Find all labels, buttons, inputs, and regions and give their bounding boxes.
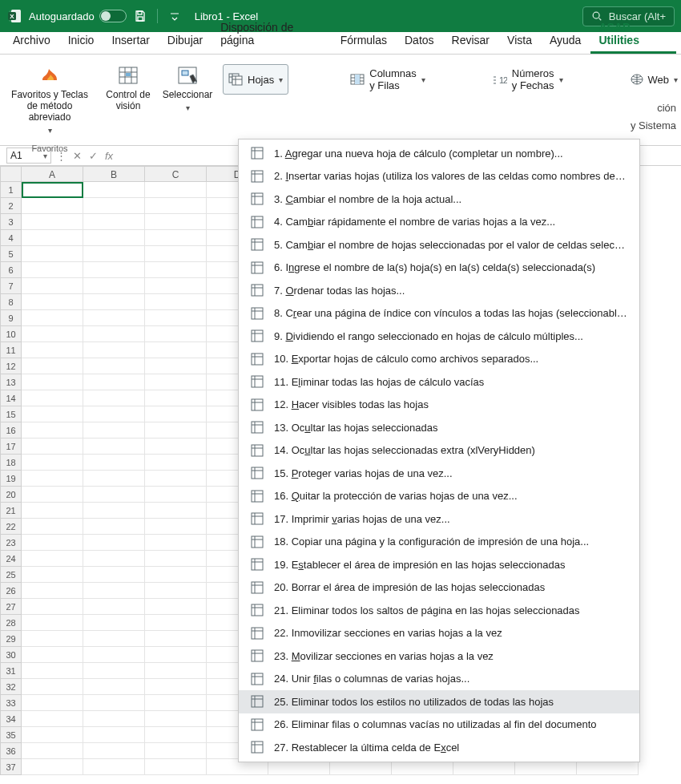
row-header[interactable]: 22 — [0, 519, 22, 535]
cell[interactable] — [145, 455, 207, 471]
tab-insertar[interactable]: Insertar — [103, 30, 157, 54]
cell[interactable] — [22, 583, 83, 599]
row-header[interactable]: 14 — [0, 390, 22, 406]
numeros-fechas-dropdown[interactable]: 12 Números y Fechas ▾ — [487, 64, 569, 95]
cell[interactable] — [83, 583, 145, 599]
row-header[interactable]: 24 — [0, 551, 22, 567]
menu-item-27[interactable]: 27. Restablecer la última celda de Excel — [239, 736, 639, 759]
cell[interactable] — [83, 711, 145, 727]
cell[interactable] — [83, 406, 145, 422]
cell[interactable] — [145, 374, 207, 390]
cell[interactable] — [145, 487, 207, 503]
cell[interactable] — [145, 647, 207, 663]
cell[interactable] — [22, 278, 83, 294]
cell[interactable] — [22, 551, 83, 567]
cell[interactable] — [145, 278, 207, 294]
favorites-shortcuts-button[interactable]: Favoritos y Teclas de método abreviado ▾ — [6, 64, 93, 136]
cell[interactable] — [22, 390, 83, 406]
cell[interactable] — [145, 759, 207, 775]
column-header[interactable]: C — [145, 166, 207, 182]
cell[interactable] — [22, 487, 83, 503]
menu-item-24[interactable]: 24. Unir filas o columnas de varias hoja… — [239, 668, 639, 691]
row-header[interactable]: 11 — [0, 342, 22, 358]
row-header[interactable]: 30 — [0, 647, 22, 663]
cell[interactable] — [22, 663, 83, 679]
cell[interactable] — [83, 663, 145, 679]
cell[interactable] — [145, 438, 207, 455]
cell[interactable] — [22, 214, 83, 230]
cell[interactable] — [83, 759, 145, 775]
row-header[interactable]: 16 — [0, 422, 22, 438]
columnas-filas-dropdown[interactable]: Columnas y Filas ▾ — [345, 64, 431, 95]
menu-item-10[interactable]: 10. Exportar hojas de cálculo como archi… — [239, 348, 639, 371]
row-header[interactable]: 37 — [0, 759, 22, 775]
hojas-dropdown[interactable]: Hojas ▾ — [223, 64, 288, 95]
row-header[interactable]: 21 — [0, 503, 22, 519]
cell[interactable] — [145, 711, 207, 727]
select-button[interactable]: Seleccionar ▾ — [163, 64, 212, 114]
tab-datos[interactable]: Datos — [397, 30, 442, 54]
cell[interactable] — [22, 422, 83, 438]
cell[interactable] — [145, 262, 207, 278]
cell[interactable] — [83, 679, 145, 695]
cell[interactable] — [145, 567, 207, 583]
autosave-toggle[interactable]: Autoguardado — [29, 10, 127, 22]
row-header[interactable]: 34 — [0, 711, 22, 727]
row-header[interactable]: 4 — [0, 230, 22, 246]
cell[interactable] — [145, 535, 207, 551]
cell[interactable] — [22, 182, 83, 198]
cell[interactable] — [83, 551, 145, 567]
cell[interactable] — [22, 326, 83, 342]
cell[interactable] — [22, 647, 83, 663]
cell[interactable] — [83, 294, 145, 310]
menu-item-15[interactable]: 15. Proteger varias hojas de una vez... — [239, 462, 639, 485]
row-header[interactable]: 33 — [0, 695, 22, 711]
row-header[interactable]: 9 — [0, 310, 22, 326]
cell[interactable] — [145, 615, 207, 631]
web-dropdown[interactable]: Web ▾ — [625, 64, 681, 95]
cell[interactable] — [83, 262, 145, 278]
tab-inicio[interactable]: Inicio — [60, 30, 103, 54]
tab-archivo[interactable]: Archivo — [5, 30, 58, 54]
cell[interactable] — [145, 390, 207, 406]
row-header[interactable]: 7 — [0, 278, 22, 294]
vision-control-button[interactable]: Control de visión — [104, 64, 152, 111]
select-all-corner[interactable] — [0, 166, 22, 182]
cell[interactable] — [83, 342, 145, 358]
column-header[interactable]: B — [83, 166, 145, 182]
cell[interactable] — [145, 358, 207, 374]
cell[interactable] — [145, 727, 207, 743]
row-header[interactable]: 26 — [0, 583, 22, 599]
cell[interactable] — [22, 455, 83, 471]
cell[interactable] — [145, 743, 207, 759]
cell[interactable] — [83, 246, 145, 262]
cell[interactable] — [83, 374, 145, 390]
cell[interactable] — [83, 230, 145, 246]
cell[interactable] — [83, 214, 145, 230]
cell[interactable] — [22, 695, 83, 711]
customize-qat-icon[interactable] — [167, 9, 182, 23]
menu-item-25[interactable]: 25. Eliminar todos los estilos no utiliz… — [239, 690, 639, 713]
tab-ayuda[interactable]: Ayuda — [542, 30, 589, 54]
menu-item-6[interactable]: 6. Ingrese el nombre de la(s) hoja(s) en… — [239, 257, 639, 280]
tab-revisar[interactable]: Revisar — [444, 30, 498, 54]
menu-item-23[interactable]: 23. Movilizar secciones en varias hojas … — [239, 645, 639, 668]
menu-item-14[interactable]: 14. Ocultar las hojas seleccionadas extr… — [239, 439, 639, 463]
row-header[interactable]: 6 — [0, 262, 22, 278]
row-header[interactable]: 1 — [0, 182, 22, 198]
save-icon[interactable] — [133, 9, 147, 23]
cell[interactable] — [145, 246, 207, 262]
cell[interactable] — [83, 278, 145, 294]
row-header[interactable]: 28 — [0, 615, 22, 631]
cell[interactable] — [22, 246, 83, 262]
cell[interactable] — [83, 471, 145, 487]
menu-item-13[interactable]: 13. Ocultar las hojas seleccionadas — [239, 416, 639, 439]
cell[interactable] — [145, 663, 207, 679]
row-header[interactable]: 23 — [0, 535, 22, 551]
cell[interactable] — [83, 503, 145, 519]
row-header[interactable]: 18 — [0, 455, 22, 471]
menu-item-21[interactable]: 21. Eliminar todos los saltos de página … — [239, 599, 639, 622]
cell[interactable] — [22, 503, 83, 519]
cell[interactable] — [22, 519, 83, 535]
cell[interactable] — [145, 406, 207, 422]
